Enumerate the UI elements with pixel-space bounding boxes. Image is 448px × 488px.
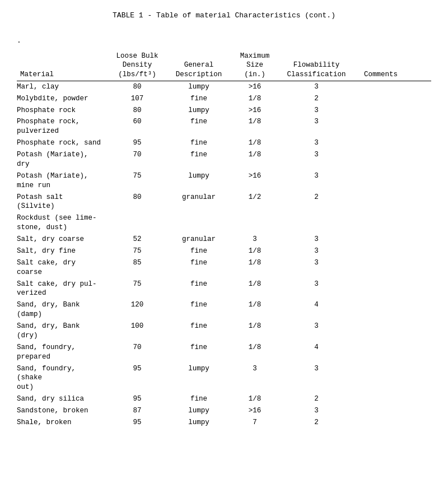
cell-maxsize xyxy=(230,212,280,234)
cell-comments xyxy=(353,320,431,342)
table-row: Salt cake, dry pul- verized75fine1/83 xyxy=(17,278,431,300)
cell-material: Phosphate rock, pulverized xyxy=(17,116,106,137)
table-row: Sandstone, broken87lumpy>163 xyxy=(17,405,431,417)
cell-material: Potash salt (Silvite) xyxy=(17,192,106,213)
header-material: Material xyxy=(17,50,106,81)
cell-density: 75 xyxy=(106,245,168,257)
cell-comments xyxy=(353,137,431,149)
cell-density: 95 xyxy=(106,137,168,149)
cell-flow: 3 xyxy=(280,137,353,149)
table-row: Shale, broken95lumpy72 xyxy=(17,417,431,429)
cell-comments xyxy=(353,363,431,394)
header-general: General Description xyxy=(168,50,230,81)
cell-density: 120 xyxy=(106,299,168,320)
header-comments: Comments xyxy=(353,50,431,81)
table-row: Sand, dry silica95fine1/82 xyxy=(17,393,431,405)
cell-general: fine xyxy=(168,257,230,278)
cell-comments xyxy=(353,212,431,234)
cell-flow: 3 xyxy=(280,149,353,170)
cell-density: 70 xyxy=(106,342,168,363)
cell-flow: 3 xyxy=(280,116,353,137)
cell-material: Sand, dry silica xyxy=(17,393,106,405)
cell-material: Potash (Mariate), dry xyxy=(17,149,106,170)
cell-density: 95 xyxy=(106,393,168,405)
cell-flow: 3 xyxy=(280,257,353,278)
table-row: Salt cake, dry coarse85fine1/83 xyxy=(17,257,431,278)
cell-material: Rockdust (see lime- stone, dust) xyxy=(17,212,106,234)
cell-material: Potash (Mariate), mine run xyxy=(17,170,106,192)
cell-comments xyxy=(353,192,431,213)
cell-general: fine xyxy=(168,116,230,137)
cell-material: Salt cake, dry pul- verized xyxy=(17,278,106,300)
cell-density: 70 xyxy=(106,149,168,170)
table-row: Rockdust (see lime- stone, dust) xyxy=(17,212,431,234)
cell-flow xyxy=(280,212,353,234)
cell-maxsize: 1/8 xyxy=(230,393,280,405)
table-row: Phosphate rock, sand95fine1/83 xyxy=(17,137,431,149)
cell-comments xyxy=(353,105,431,117)
cell-material: Phosphate rock xyxy=(17,105,106,117)
cell-density: 60 xyxy=(106,116,168,137)
cell-flow: 3 xyxy=(280,81,353,92)
cell-density: 75 xyxy=(106,278,168,300)
header-maxsize: Maximum Size (in.) xyxy=(230,50,280,81)
dot-marker: . xyxy=(17,36,431,45)
cell-comments xyxy=(353,417,431,429)
cell-general: fine xyxy=(168,93,230,105)
cell-maxsize: 1/8 xyxy=(230,245,280,257)
cell-maxsize: 1/8 xyxy=(230,149,280,170)
cell-general: fine xyxy=(168,278,230,300)
cell-maxsize: 1/8 xyxy=(230,257,280,278)
cell-flow: 3 xyxy=(280,278,353,300)
page-title: TABLE 1 - Table of material Characterist… xyxy=(17,11,431,20)
cell-maxsize: 1/8 xyxy=(230,278,280,300)
material-table: Material Loose Bulk Density (lbs/ft³) Ge… xyxy=(17,50,431,429)
cell-general: fine xyxy=(168,245,230,257)
cell-flow: 4 xyxy=(280,299,353,320)
cell-comments xyxy=(353,299,431,320)
cell-comments xyxy=(353,234,431,245)
cell-material: Sand, foundry, prepared xyxy=(17,342,106,363)
cell-general: lumpy xyxy=(168,405,230,417)
cell-density: 87 xyxy=(106,405,168,417)
cell-comments xyxy=(353,257,431,278)
cell-flow: 3 xyxy=(280,234,353,245)
cell-general: fine xyxy=(168,320,230,342)
cell-maxsize: >16 xyxy=(230,81,280,92)
cell-maxsize: 1/8 xyxy=(230,93,280,105)
cell-comments xyxy=(353,278,431,300)
table-row: Potash (Mariate), mine run75lumpy>163 xyxy=(17,170,431,192)
table-row: Sand, dry, Bank (dry)100fine1/83 xyxy=(17,320,431,342)
cell-flow: 3 xyxy=(280,105,353,117)
cell-flow: 3 xyxy=(280,363,353,394)
cell-general: lumpy xyxy=(168,105,230,117)
cell-maxsize: >16 xyxy=(230,405,280,417)
cell-flow: 3 xyxy=(280,320,353,342)
cell-flow: 2 xyxy=(280,417,353,429)
cell-general: granular xyxy=(168,234,230,245)
cell-flow: 2 xyxy=(280,192,353,213)
table-row: Potash (Mariate), dry70fine1/83 xyxy=(17,149,431,170)
cell-material: Sandstone, broken xyxy=(17,405,106,417)
cell-density: 107 xyxy=(106,93,168,105)
cell-general: lumpy xyxy=(168,363,230,394)
cell-material: Marl, clay xyxy=(17,81,106,92)
cell-density xyxy=(106,212,168,234)
table-row: Phosphate rock80lumpy>163 xyxy=(17,105,431,117)
cell-comments xyxy=(353,405,431,417)
cell-flow: 4 xyxy=(280,342,353,363)
cell-density: 95 xyxy=(106,417,168,429)
cell-maxsize: >16 xyxy=(230,105,280,117)
cell-material: Molybdite, powder xyxy=(17,93,106,105)
cell-density: 80 xyxy=(106,192,168,213)
cell-comments xyxy=(353,116,431,137)
cell-general: fine xyxy=(168,342,230,363)
cell-flow: 3 xyxy=(280,405,353,417)
table-row: Sand, foundry, (shake out)95lumpy33 xyxy=(17,363,431,394)
cell-density: 75 xyxy=(106,170,168,192)
cell-material: Sand, foundry, (shake out) xyxy=(17,363,106,394)
cell-material: Salt, dry fine xyxy=(17,245,106,257)
cell-flow: 2 xyxy=(280,93,353,105)
cell-density: 80 xyxy=(106,105,168,117)
cell-general: lumpy xyxy=(168,417,230,429)
